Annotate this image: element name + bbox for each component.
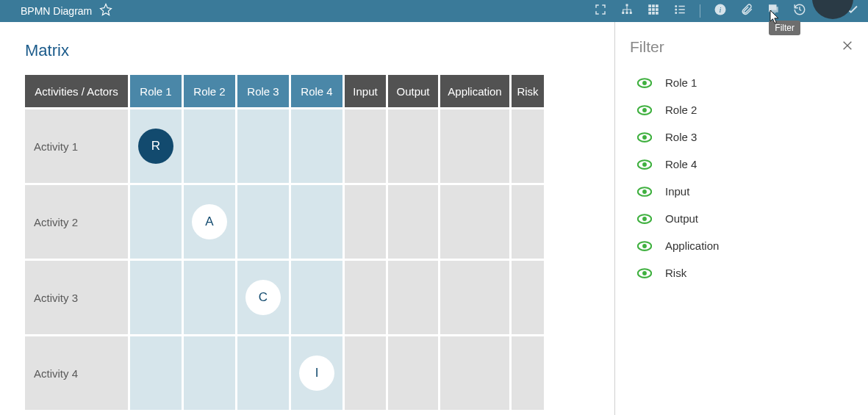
svg-point-41 xyxy=(642,271,647,275)
column-header-input[interactable]: Input xyxy=(345,75,386,107)
filter-item-label: Application xyxy=(665,239,719,252)
matrix-cell[interactable] xyxy=(184,336,235,410)
matrix-cell[interactable] xyxy=(512,336,544,410)
matrix-cell[interactable] xyxy=(388,109,438,183)
matrix-cell[interactable]: C xyxy=(237,261,289,334)
grid-icon[interactable] xyxy=(647,3,660,19)
matrix-cell[interactable] xyxy=(345,185,386,259)
filter-item-label: Input xyxy=(665,185,689,198)
history-icon[interactable] xyxy=(793,3,806,19)
matrix-cell[interactable]: A xyxy=(184,185,235,259)
svg-point-15 xyxy=(675,12,677,14)
filter-item-label: Output xyxy=(665,212,698,225)
attachment-icon[interactable] xyxy=(740,3,753,19)
raci-badge[interactable]: R xyxy=(138,129,173,164)
column-header-application[interactable]: Application xyxy=(440,75,509,107)
matrix-cell[interactable] xyxy=(184,261,235,334)
visibility-icon xyxy=(637,241,652,251)
fullscreen-icon[interactable] xyxy=(594,3,607,19)
toolbar-separator xyxy=(700,4,700,18)
svg-rect-12 xyxy=(656,12,659,15)
matrix-cell[interactable] xyxy=(130,336,182,410)
matrix-cell[interactable] xyxy=(512,109,544,183)
matrix-cell[interactable] xyxy=(440,336,509,410)
matrix-cell[interactable] xyxy=(345,336,386,410)
svg-point-31 xyxy=(642,135,647,140)
topbar-left: BPMN Diagram xyxy=(21,3,112,19)
matrix-cell[interactable] xyxy=(291,109,342,183)
svg-rect-6 xyxy=(656,4,659,7)
svg-rect-8 xyxy=(652,8,655,11)
svg-point-27 xyxy=(642,81,647,85)
content: Matrix Activities / Actors Role 1 Role 2… xyxy=(0,22,614,415)
column-header-role[interactable]: Role 1 xyxy=(130,75,182,107)
matrix-cell[interactable] xyxy=(291,185,342,259)
svg-rect-5 xyxy=(652,4,655,7)
matrix-table: Activities / Actors Role 1 Role 2 Role 3… xyxy=(25,75,614,410)
row-label: Activity 4 xyxy=(25,336,128,410)
filter-item[interactable]: Role 2 xyxy=(637,104,853,116)
row-label: Activity 1 xyxy=(25,109,128,183)
filter-item[interactable]: Role 4 xyxy=(637,158,853,170)
filter-item[interactable]: Input xyxy=(637,185,853,198)
matrix-cell[interactable] xyxy=(237,336,289,410)
filter-sidebar: Filter Role 1 Role 2 Role 3 Role 4 xyxy=(614,22,868,415)
filter-item-label: Role 4 xyxy=(665,158,697,170)
matrix-cell[interactable] xyxy=(388,185,438,259)
filter-item[interactable]: Role 3 xyxy=(637,131,853,143)
matrix-cell[interactable] xyxy=(345,261,386,334)
filter-item-label: Role 3 xyxy=(665,131,697,143)
star-icon[interactable] xyxy=(99,3,112,19)
matrix-cell[interactable] xyxy=(237,109,289,183)
matrix-cell[interactable] xyxy=(345,109,386,183)
matrix-cell[interactable] xyxy=(440,109,509,183)
list-icon[interactable] xyxy=(673,3,686,19)
matrix-cell[interactable] xyxy=(440,261,509,334)
filter-list: Role 1 Role 2 Role 3 Role 4 Input Output xyxy=(630,76,853,279)
svg-rect-2 xyxy=(626,12,628,14)
matrix-cell[interactable] xyxy=(440,185,509,259)
matrix-cell[interactable] xyxy=(388,336,438,410)
sidebar-title: Filter xyxy=(630,38,664,56)
hierarchy-icon[interactable] xyxy=(620,3,634,19)
matrix-cell[interactable]: R xyxy=(130,109,182,183)
matrix-cell[interactable] xyxy=(291,261,342,334)
row-label: Activity 3 xyxy=(25,261,128,334)
matrix-cell[interactable] xyxy=(130,261,182,334)
filter-item[interactable]: Output xyxy=(637,212,853,225)
visibility-icon xyxy=(637,187,652,197)
matrix-cell[interactable] xyxy=(512,261,544,334)
column-header-risk[interactable]: Risk xyxy=(512,75,544,107)
table-row: Activity 3 C xyxy=(25,261,614,334)
row-label: Activity 2 xyxy=(25,185,128,259)
filter-item[interactable]: Application xyxy=(637,239,853,252)
svg-rect-1 xyxy=(622,12,624,14)
matrix-cell[interactable] xyxy=(512,185,544,259)
matrix-cell[interactable] xyxy=(184,109,235,183)
filter-tooltip: Filter xyxy=(769,21,800,35)
visibility-icon xyxy=(637,132,652,142)
info-icon[interactable]: i xyxy=(714,3,727,19)
svg-point-35 xyxy=(642,190,647,194)
raci-badge[interactable]: A xyxy=(192,204,227,239)
column-header-role[interactable]: Role 4 xyxy=(291,75,342,107)
comments-icon[interactable] xyxy=(767,3,780,19)
matrix-cell[interactable] xyxy=(130,185,182,259)
column-header-output[interactable]: Output xyxy=(388,75,438,107)
close-icon[interactable] xyxy=(842,40,853,54)
matrix-cell[interactable] xyxy=(237,185,289,259)
filter-item[interactable]: Risk xyxy=(637,267,853,279)
svg-point-37 xyxy=(642,217,647,221)
raci-badge[interactable]: C xyxy=(245,280,281,315)
matrix-cell[interactable]: I xyxy=(291,336,342,410)
svg-rect-9 xyxy=(656,8,659,11)
matrix-header-row: Activities / Actors Role 1 Role 2 Role 3… xyxy=(25,75,614,107)
column-header-role[interactable]: Role 3 xyxy=(237,75,289,107)
table-row: Activity 4 I xyxy=(25,336,614,410)
filter-item[interactable]: Role 1 xyxy=(637,76,853,89)
matrix-cell[interactable] xyxy=(388,261,438,334)
raci-badge[interactable]: I xyxy=(299,356,334,391)
table-row: Activity 2 A xyxy=(25,185,614,259)
visibility-icon xyxy=(637,105,652,115)
column-header-role[interactable]: Role 2 xyxy=(184,75,235,107)
